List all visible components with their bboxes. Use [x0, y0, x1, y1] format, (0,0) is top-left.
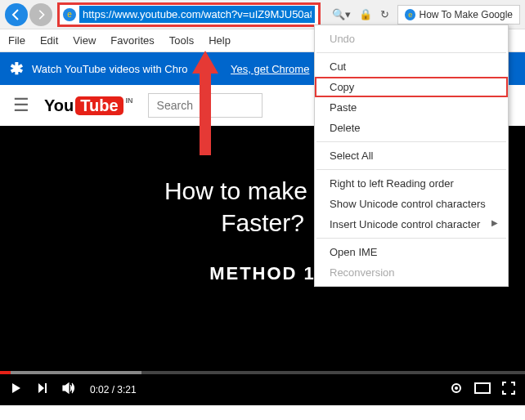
ctx-insert-unicode[interactable]: Insert Unicode control character ▶: [315, 214, 508, 235]
progress-played: [0, 371, 11, 374]
menu-favorites[interactable]: Favorites: [110, 34, 154, 47]
ctx-rtl[interactable]: Right to left Reading order: [315, 173, 508, 194]
ctx-undo: Undo: [315, 29, 508, 49]
refresh-icon[interactable]: ↻: [380, 8, 389, 20]
menu-help[interactable]: Help: [209, 34, 231, 47]
ctx-separator: [316, 238, 506, 239]
menu-edit[interactable]: Edit: [40, 34, 58, 47]
progress-bar[interactable]: [0, 371, 525, 374]
ctx-separator: [316, 169, 506, 170]
context-menu: Undo Cut Copy Paste Delete Select All Ri…: [314, 25, 509, 287]
player-controls: 0:02 / 3:21: [0, 374, 525, 405]
play-button[interactable]: [10, 382, 23, 398]
star-icon: ✱: [10, 59, 24, 78]
next-button[interactable]: [36, 382, 49, 398]
ctx-separator: [316, 52, 506, 53]
svg-point-1: [455, 386, 458, 390]
address-bar-highlight: e: [57, 2, 321, 27]
settings-button[interactable]: [450, 382, 463, 398]
lock-icon[interactable]: 🔒: [359, 8, 372, 20]
ctx-reconversion: Reconversion: [315, 262, 508, 283]
forward-button[interactable]: [29, 3, 52, 26]
progress-loaded: [11, 371, 142, 374]
logo-you: You: [44, 96, 74, 115]
ctx-paste[interactable]: Paste: [315, 97, 508, 118]
country-code: IN: [126, 96, 133, 105]
ie-tab-icon: e: [405, 9, 415, 20]
menu-view[interactable]: View: [73, 34, 96, 47]
theater-button[interactable]: [474, 382, 491, 397]
fullscreen-button[interactable]: [502, 382, 515, 398]
hamburger-icon[interactable]: ☰: [13, 95, 29, 116]
youtube-search-input[interactable]: [148, 93, 262, 118]
svg-rect-2: [475, 383, 490, 393]
ctx-delete[interactable]: Delete: [315, 118, 508, 138]
get-chrome-link[interactable]: Yes, get Chrome: [231, 63, 309, 75]
ie-icon: e: [63, 8, 76, 21]
ctx-select-all[interactable]: Select All: [315, 145, 508, 166]
menu-tools[interactable]: Tools: [169, 34, 194, 47]
address-bar-input[interactable]: [79, 6, 315, 23]
ctx-copy[interactable]: Copy: [315, 77, 508, 97]
tab-title: How To Make Google: [419, 9, 513, 20]
menu-file[interactable]: File: [8, 34, 25, 47]
browser-tab[interactable]: e How To Make Google: [397, 5, 520, 25]
volume-button[interactable]: [62, 382, 77, 398]
logo-tube: Tube: [75, 96, 123, 115]
time-display: 0:02 / 3:21: [90, 384, 137, 395]
chevron-right-icon: ▶: [491, 218, 498, 227]
browser-toolbar-icons: 🔍▾ 🔒 ↻: [325, 8, 396, 20]
back-button[interactable]: [5, 3, 28, 26]
ctx-show-unicode[interactable]: Show Unicode control characters: [315, 194, 508, 214]
ctx-open-ime[interactable]: Open IME: [315, 242, 508, 262]
ctx-separator: [316, 141, 506, 142]
search-icon[interactable]: 🔍▾: [332, 8, 351, 20]
ctx-cut[interactable]: Cut: [315, 56, 508, 77]
youtube-logo[interactable]: You Tube IN: [44, 96, 133, 115]
promo-text: Watch YouTube videos with Chro .: [32, 63, 205, 75]
